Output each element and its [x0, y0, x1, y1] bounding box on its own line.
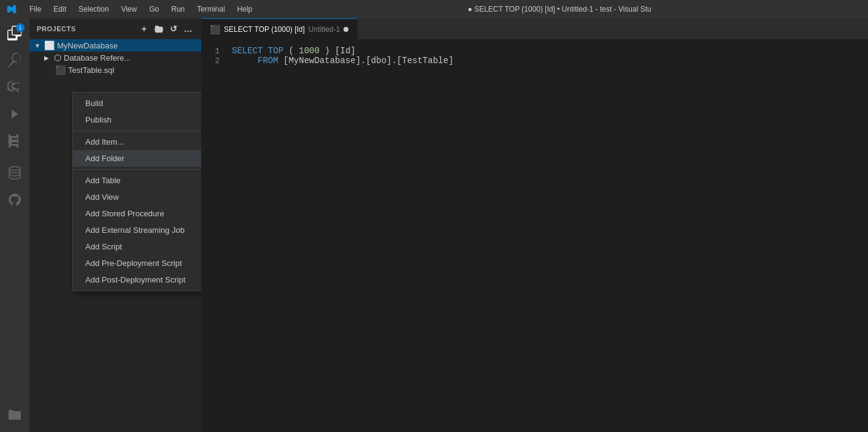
activity-source-control[interactable]: [2, 75, 27, 99]
menu-file[interactable]: File: [25, 4, 46, 15]
tab-bar: ⬛ SELECT TOP (1000) [Id] Untitled-1: [201, 18, 868, 40]
activity-search[interactable]: [2, 48, 27, 72]
context-menu: Build Publish Add Item... Add Folder Add…: [72, 92, 201, 291]
tab-label: SELECT TOP (1000) [Id]: [224, 25, 305, 34]
activity-github[interactable]: [2, 188, 27, 212]
menu-help[interactable]: Help: [232, 4, 258, 15]
editor-line-2: 2 FROM [MyNewDatabase].[dbo].[TestTable]: [201, 56, 868, 66]
activity-folder[interactable]: [2, 403, 27, 427]
line-number-1: 1: [201, 47, 232, 56]
menu-publish[interactable]: Publish: [73, 112, 201, 128]
activity-explorer[interactable]: 1: [2, 21, 27, 45]
menu-add-pre-deployment[interactable]: Add Pre-Deployment Script: [73, 255, 201, 271]
titlebar-left: File Edit Selection View Go Run Terminal…: [6, 4, 257, 15]
menu-add-post-deployment[interactable]: Add Post-Deployment Script: [73, 271, 201, 288]
menu-view[interactable]: View: [116, 4, 142, 15]
menu-selection[interactable]: Selection: [74, 4, 113, 15]
editor-line-1: 1 SELECT TOP ( 1000 ) [Id]: [201, 46, 868, 56]
menu-run[interactable]: Run: [166, 4, 190, 15]
context-menu-overlay[interactable]: Build Publish Add Item... Add Folder Add…: [29, 18, 201, 432]
line-code-1: SELECT TOP ( 1000 ) [Id]: [232, 46, 356, 56]
svg-point-2: [17, 88, 19, 90]
tab-file: Untitled-1: [309, 25, 340, 34]
sql-tab-icon: ⬛: [210, 25, 220, 34]
separator-2: [73, 169, 201, 170]
svg-point-1: [17, 82, 19, 84]
menu-add-script[interactable]: Add Script: [73, 238, 201, 255]
separator-1: [73, 131, 201, 131]
explorer-badge: 1: [16, 23, 25, 32]
activity-bar: 1: [0, 18, 29, 432]
activity-bottom: [2, 403, 27, 432]
menu-add-item[interactable]: Add Item...: [73, 134, 201, 150]
activity-database[interactable]: [2, 161, 27, 185]
editor-area: ⬛ SELECT TOP (1000) [Id] Untitled-1 1 SE…: [201, 18, 868, 432]
menu-add-stored-procedure[interactable]: Add Stored Procedure: [73, 205, 201, 222]
vscode-logo-icon: [6, 4, 17, 15]
menu-terminal[interactable]: Terminal: [192, 4, 229, 15]
activity-extensions[interactable]: [2, 129, 27, 153]
sidebar: PROJECTS + ↺ … ▼ ⬜ MyNewDatabase ▶ ⬡ Dat…: [29, 18, 201, 432]
menu-build[interactable]: Build: [73, 95, 201, 112]
editor-content[interactable]: 1 SELECT TOP ( 1000 ) [Id] 2 FROM [MyNew…: [201, 40, 868, 432]
menu-add-view[interactable]: Add View: [73, 189, 201, 205]
main-layout: 1: [0, 18, 868, 432]
menu-add-table[interactable]: Add Table: [73, 172, 201, 189]
titlebar-title: ● SELECT TOP (1000) [Id] • Untitled-1 - …: [257, 5, 862, 13]
menu-add-folder[interactable]: Add Folder: [73, 150, 201, 167]
editor-tab[interactable]: ⬛ SELECT TOP (1000) [Id] Untitled-1: [201, 18, 358, 39]
menu-go[interactable]: Go: [144, 4, 164, 15]
line-number-2: 2: [201, 56, 232, 66]
activity-run[interactable]: [2, 102, 27, 126]
titlebar: File Edit Selection View Go Run Terminal…: [0, 0, 868, 18]
menu-edit[interactable]: Edit: [48, 4, 71, 15]
line-code-2: FROM [MyNewDatabase].[dbo].[TestTable]: [232, 56, 453, 66]
tab-modified-dot: [344, 27, 348, 32]
svg-point-3: [9, 167, 20, 170]
menu-add-external-streaming-job[interactable]: Add External Streaming Job: [73, 222, 201, 238]
